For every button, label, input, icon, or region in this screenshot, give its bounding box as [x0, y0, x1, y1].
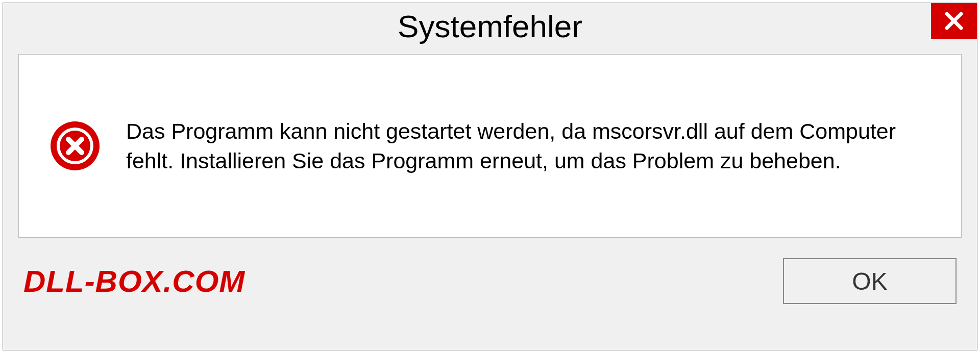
watermark-text: DLL-BOX.COM: [23, 264, 245, 299]
titlebar: Systemfehler: [3, 3, 977, 54]
error-icon: [50, 120, 101, 171]
dialog-title: Systemfehler: [398, 8, 582, 44]
error-dialog: Systemfehler Das Programm kann nicht ges…: [3, 3, 977, 350]
content-panel: Das Programm kann nicht gestartet werden…: [18, 54, 962, 238]
close-icon: [944, 11, 964, 31]
ok-button[interactable]: OK: [783, 258, 957, 304]
dialog-footer: DLL-BOX.COM OK: [3, 238, 977, 319]
error-message: Das Programm kann nicht gestartet werden…: [126, 116, 930, 175]
close-button[interactable]: [931, 3, 977, 39]
